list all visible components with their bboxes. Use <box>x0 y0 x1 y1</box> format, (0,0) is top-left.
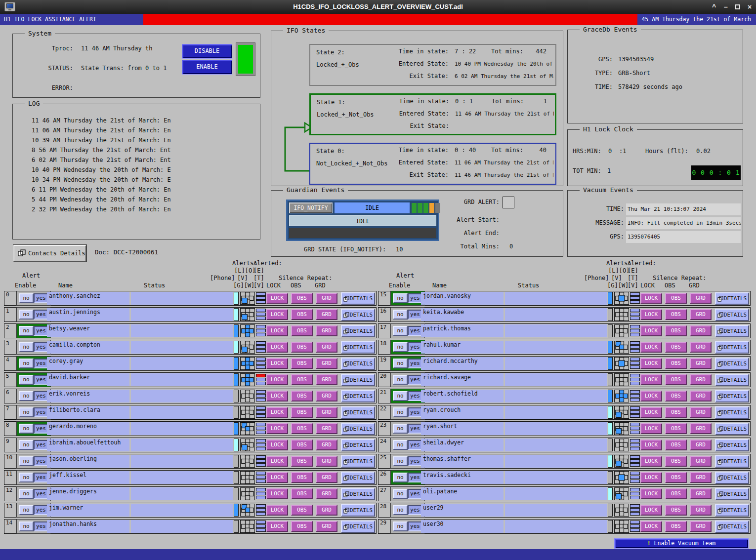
silence-lock-button[interactable]: LOCK <box>640 521 662 532</box>
alert-enable-yes-button[interactable]: yes <box>34 342 48 352</box>
alert-enable-yes-button[interactable]: yes <box>408 342 422 352</box>
alert-enable-yes-button[interactable]: yes <box>408 326 422 336</box>
alert-enable-no-button[interactable]: no <box>393 342 408 352</box>
maximize-button[interactable] <box>732 0 743 14</box>
silence-obs-button[interactable]: OBS <box>665 293 687 304</box>
alert-enable-no-button[interactable]: no <box>393 456 408 466</box>
silence-obs-button[interactable]: OBS <box>665 521 687 532</box>
silence-lock-button[interactable]: LOCK <box>640 358 662 369</box>
silence-grd-button[interactable]: GRD <box>690 521 712 532</box>
silence-obs-button[interactable]: OBS <box>291 456 313 467</box>
silence-lock-button[interactable]: LOCK <box>266 472 288 483</box>
silence-lock-button[interactable]: LOCK <box>266 423 288 434</box>
details-button[interactable]: DETAILS <box>715 325 749 337</box>
enable-vacuum-team-button[interactable]: ! Enable Vacuum Team <box>614 538 749 549</box>
alert-enable-yes-button[interactable]: yes <box>34 293 48 303</box>
details-button[interactable]: DETAILS <box>715 423 749 435</box>
silence-obs-button[interactable]: OBS <box>665 391 687 401</box>
silence-grd-button[interactable]: GRD <box>690 342 712 353</box>
alert-enable-yes-button[interactable]: yes <box>34 391 48 401</box>
silence-grd-button[interactable]: GRD <box>690 407 712 418</box>
silence-grd-button[interactable]: GRD <box>316 472 337 483</box>
enable-button[interactable]: ENABLE <box>182 60 232 75</box>
silence-obs-button[interactable]: OBS <box>665 440 687 450</box>
silence-lock-button[interactable]: LOCK <box>266 358 288 369</box>
alert-enable-no-button[interactable]: no <box>393 391 408 401</box>
alert-enable-no-button[interactable]: no <box>393 424 408 434</box>
silence-grd-button[interactable]: GRD <box>316 505 337 516</box>
silence-lock-button[interactable]: LOCK <box>640 374 662 385</box>
details-button[interactable]: DETAILS <box>341 390 375 402</box>
silence-lock-button[interactable]: LOCK <box>266 456 288 467</box>
silence-grd-button[interactable]: GRD <box>690 423 712 434</box>
alert-enable-no-button[interactable]: no <box>19 473 34 482</box>
silence-obs-button[interactable]: OBS <box>291 505 313 516</box>
alert-enable-yes-button[interactable]: yes <box>34 521 48 531</box>
alert-enable-yes-button[interactable]: yes <box>408 293 422 303</box>
silence-grd-button[interactable]: GRD <box>690 325 712 336</box>
shade-button[interactable]: ^ <box>709 0 719 14</box>
silence-lock-button[interactable]: LOCK <box>640 472 662 483</box>
alert-enable-no-button[interactable]: no <box>393 407 408 417</box>
details-button[interactable]: DETAILS <box>715 390 749 402</box>
silence-lock-button[interactable]: LOCK <box>640 309 662 320</box>
details-button[interactable]: DETAILS <box>715 520 749 533</box>
alert-enable-no-button[interactable]: no <box>393 310 408 320</box>
silence-grd-button[interactable]: GRD <box>316 391 337 401</box>
silence-lock-button[interactable]: LOCK <box>266 309 288 320</box>
alert-enable-no-button[interactable]: no <box>19 326 34 336</box>
minimize-button[interactable]: – <box>720 0 731 14</box>
details-button[interactable]: DETAILS <box>715 406 749 419</box>
alert-enable-yes-button[interactable]: yes <box>408 359 422 368</box>
details-button[interactable]: DETAILS <box>341 406 375 419</box>
details-button[interactable]: DETAILS <box>341 374 375 386</box>
silence-lock-button[interactable]: LOCK <box>640 342 662 353</box>
silence-lock-button[interactable]: LOCK <box>640 407 662 418</box>
silence-lock-button[interactable]: LOCK <box>640 325 662 336</box>
silence-lock-button[interactable]: LOCK <box>640 293 662 304</box>
silence-grd-button[interactable]: GRD <box>316 293 337 304</box>
silence-obs-button[interactable]: OBS <box>665 374 687 385</box>
silence-obs-button[interactable]: OBS <box>291 309 313 320</box>
alert-enable-no-button[interactable]: no <box>393 326 408 336</box>
silence-lock-button[interactable]: LOCK <box>640 456 662 467</box>
details-button[interactable]: DETAILS <box>341 423 375 435</box>
alert-enable-no-button[interactable]: no <box>19 440 34 450</box>
alert-enable-yes-button[interactable]: yes <box>408 424 422 434</box>
alert-enable-no-button[interactable]: no <box>19 505 34 515</box>
details-button[interactable]: DETAILS <box>341 341 375 354</box>
silence-obs-button[interactable]: OBS <box>665 358 687 369</box>
alert-enable-yes-button[interactable]: yes <box>408 489 422 499</box>
silence-grd-button[interactable]: GRD <box>316 325 337 336</box>
silence-obs-button[interactable]: OBS <box>665 505 687 516</box>
details-button[interactable]: DETAILS <box>341 455 375 468</box>
alert-enable-no-button[interactable]: no <box>393 521 408 531</box>
details-button[interactable]: DETAILS <box>341 488 375 500</box>
silence-lock-button[interactable]: LOCK <box>640 391 662 401</box>
silence-obs-button[interactable]: OBS <box>291 407 313 418</box>
alert-enable-no-button[interactable]: no <box>393 473 408 482</box>
silence-grd-button[interactable]: GRD <box>690 472 712 483</box>
silence-grd-button[interactable]: GRD <box>690 293 712 304</box>
close-button[interactable]: × <box>744 0 755 14</box>
details-button[interactable]: DETAILS <box>715 374 749 386</box>
guardian-node-button[interactable]: IFO_NOTIFY <box>289 202 333 213</box>
alert-enable-yes-button[interactable]: yes <box>408 456 422 466</box>
alert-enable-no-button[interactable]: no <box>19 310 34 320</box>
silence-obs-button[interactable]: OBS <box>665 325 687 336</box>
alert-enable-yes-button[interactable]: yes <box>408 440 422 450</box>
silence-lock-button[interactable]: LOCK <box>266 521 288 532</box>
alert-enable-no-button[interactable]: no <box>19 391 34 401</box>
alert-enable-yes-button[interactable]: yes <box>34 505 48 515</box>
silence-obs-button[interactable]: OBS <box>291 472 313 483</box>
details-button[interactable]: DETAILS <box>715 439 749 451</box>
silence-obs-button[interactable]: OBS <box>665 456 687 467</box>
silence-lock-button[interactable]: LOCK <box>640 423 662 434</box>
alert-enable-no-button[interactable]: no <box>19 424 34 434</box>
silence-lock-button[interactable]: LOCK <box>266 342 288 353</box>
silence-grd-button[interactable]: GRD <box>690 456 712 467</box>
alert-enable-yes-button[interactable]: yes <box>408 521 422 531</box>
silence-obs-button[interactable]: OBS <box>291 521 313 532</box>
alert-enable-no-button[interactable]: no <box>19 456 34 466</box>
silence-grd-button[interactable]: GRD <box>690 374 712 385</box>
